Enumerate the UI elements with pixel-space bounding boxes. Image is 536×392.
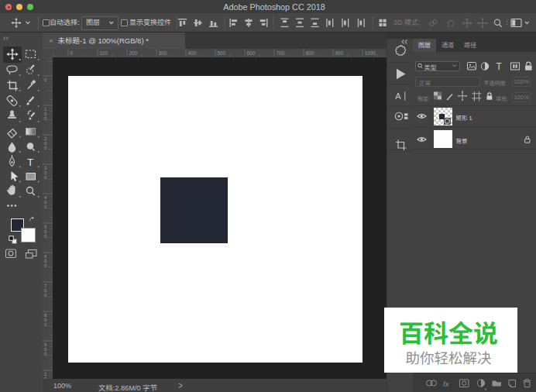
svg-text:400: 400 bbox=[188, 50, 197, 56]
svg-text:0: 0 bbox=[44, 263, 47, 268]
svg-text:100: 100 bbox=[100, 50, 108, 56]
svg-text:900: 900 bbox=[335, 50, 344, 56]
svg-text:1000: 1000 bbox=[365, 50, 376, 56]
svg-text:0: 0 bbox=[44, 352, 47, 356]
svg-text:0: 0 bbox=[44, 146, 47, 150]
svg-text:0: 0 bbox=[44, 77, 47, 82]
svg-text:0: 0 bbox=[44, 322, 47, 327]
svg-text:T: T bbox=[496, 61, 503, 72]
svg-text:fx: fx bbox=[443, 380, 450, 388]
svg-text:0: 0 bbox=[44, 116, 47, 121]
svg-text:T: T bbox=[27, 156, 33, 168]
svg-text:300: 300 bbox=[159, 50, 167, 56]
svg-text:0: 0 bbox=[70, 50, 74, 56]
svg-text:600: 600 bbox=[247, 50, 256, 56]
svg-text:0: 0 bbox=[44, 205, 47, 209]
svg-text:A: A bbox=[395, 91, 401, 101]
svg-text:200: 200 bbox=[129, 50, 138, 56]
svg-text:0: 0 bbox=[44, 293, 47, 297]
svg-text:800: 800 bbox=[306, 50, 314, 56]
svg-text:0: 0 bbox=[44, 175, 47, 180]
svg-text:500: 500 bbox=[218, 50, 226, 56]
svg-text:700: 700 bbox=[277, 50, 285, 56]
svg-text:0: 0 bbox=[44, 234, 47, 239]
